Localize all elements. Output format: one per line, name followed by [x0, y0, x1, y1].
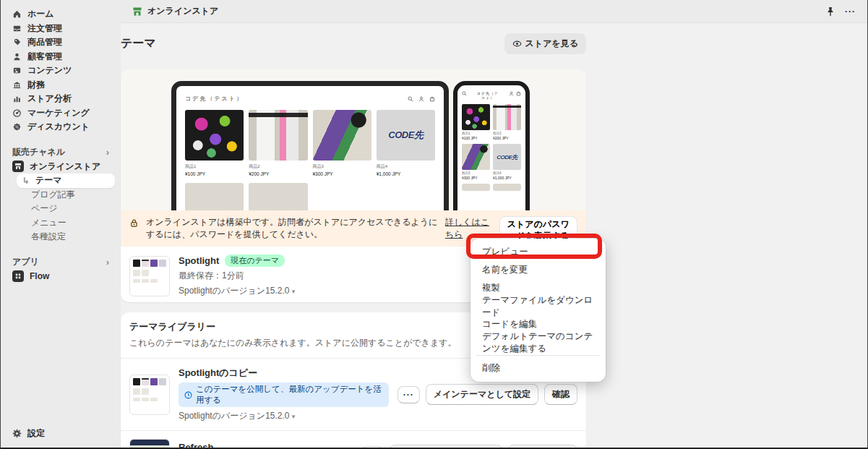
clock-icon — [184, 391, 192, 399]
flow-app-icon — [12, 270, 24, 282]
theme-version-dropdown[interactable]: Spotlightのバージョン15.2.0 ▾ — [179, 285, 295, 297]
theme-more-actions-button[interactable]: ··· — [398, 386, 420, 403]
theme-thumbnail — [129, 375, 170, 415]
theme-version-dropdown[interactable]: Spotlightのバージョン15.2.0 ▾ — [179, 410, 389, 422]
library-theme-row: Refresh 追加済み：5:24 GMT-5 ··· メインテーマとして設定 … — [121, 431, 586, 449]
sidebar-item-preferences[interactable]: 各種設定 — [7, 230, 115, 244]
page-header: テーマ ストアを見る — [121, 33, 586, 54]
topbar-title: オンラインストア — [147, 5, 218, 17]
sidebar-item-label: ブログ記事 — [31, 189, 75, 201]
discount-icon — [12, 122, 22, 132]
sidebar-item-menus[interactable]: メニュー — [7, 216, 115, 231]
theme-actions-context-menu: プレビュー 名前を変更 複製 テーマファイルをダウンロード コードを編集 デフォ… — [470, 239, 606, 382]
section-label: 販売チャネル — [12, 146, 65, 158]
sidebar-item-products[interactable]: 商品管理 — [7, 35, 115, 50]
menu-item-rename[interactable]: 名前を変更 — [475, 261, 601, 279]
learn-more-link[interactable]: 詳しくはこちら — [445, 216, 492, 241]
update-available-badge: このテーマを公開して、最新のアップデートを活用する — [179, 382, 389, 407]
product-image — [185, 183, 244, 210]
lock-icon — [129, 218, 139, 228]
sidebar-item-online-store[interactable]: オンラインストア — [7, 160, 115, 174]
sidebar-item-analytics[interactable]: ストア分析 — [7, 92, 115, 106]
sidebar-item-label: コンテンツ — [27, 64, 72, 77]
current-theme-badge: 現在のテーマ — [225, 255, 285, 267]
sidebar-item-settings[interactable]: 設定 — [7, 427, 115, 441]
product-image — [462, 144, 490, 170]
preview-product: CODE先 商品4 ¥1,000 JPY — [493, 144, 521, 180]
set-as-main-theme-button[interactable]: メインテーマとして設定 — [426, 384, 538, 405]
preview-product: 商品3 ¥300 JPY — [313, 110, 371, 176]
theme-thumbnail — [129, 439, 170, 449]
sidebar-item-label: オンラインストア — [30, 161, 100, 173]
view-store-button[interactable]: ストアを見る — [504, 33, 586, 54]
shopify-admin-window: ホーム 注文管理 商品管理 顧客管理 コンテンツ 財務 ストア分析 マーケティ — [0, 0, 868, 449]
review-button[interactable]: 確認 — [544, 384, 577, 405]
sidebar-item-customers[interactable]: 顧客管理 — [7, 50, 115, 64]
theme-name: Spotlight — [179, 255, 219, 266]
sidebar-item-label: ストア分析 — [27, 93, 72, 105]
sidebar-item-label: Flow — [30, 271, 49, 281]
chevron-right-icon: › — [106, 257, 109, 268]
preview-product: 商品1 ¥100 JPY — [462, 104, 490, 140]
content-icon — [12, 66, 22, 75]
orders-icon — [12, 24, 22, 33]
branch-icon: ↳ — [22, 176, 30, 186]
banner-text: オンラインストアは構築中です。訪問者がストアにアクセスできるようにするには、パス… — [146, 216, 438, 241]
desktop-preview-mockup: コデ先（テスト） 商品1 ¥100 JPY — [171, 81, 449, 210]
main-content: テーマ ストアを見る コデ先（テスト） — [121, 23, 867, 448]
sidebar-item-orders[interactable]: 注文管理 — [7, 22, 115, 36]
customize-button[interactable]: カスタマイズ — [508, 445, 577, 449]
product-image: CODE先 — [377, 110, 435, 161]
theme-thumbnail — [129, 256, 170, 296]
sidebar-item-flow[interactable]: Flow — [7, 270, 115, 284]
theme-more-actions-button[interactable]: ··· — [361, 446, 384, 449]
home-icon — [12, 9, 22, 19]
section-label: アプリ — [12, 256, 39, 268]
sidebar-section-sales-channels[interactable]: 販売チャネル › — [7, 145, 115, 160]
product-image — [313, 110, 371, 161]
chevron-down-icon: ▾ — [292, 288, 296, 295]
search-icon — [408, 96, 413, 102]
preview-product: 商品3 ¥300 JPY — [462, 144, 490, 180]
menu-item-download-theme-file[interactable]: テーマファイルをダウンロード — [475, 297, 601, 315]
menu-item-edit-default-theme-content[interactable]: デフォルトテーマのコンテンツを編集する — [475, 333, 601, 351]
menu-item-delete[interactable]: 削除 — [475, 359, 601, 377]
preview-product: 商品2 ¥200 JPY — [493, 104, 521, 140]
sidebar-item-label: ディスカウント — [27, 121, 90, 133]
sidebar-item-marketing[interactable]: マーケティング — [7, 106, 115, 121]
pin-icon[interactable] — [826, 7, 835, 17]
preview-product: 商品1 ¥100 JPY — [185, 110, 244, 176]
last-saved-text: 最終保存：1分前 — [179, 270, 295, 282]
storefront-icon — [12, 161, 24, 172]
sidebar-item-finances[interactable]: 財務 — [7, 78, 115, 93]
sidebar: ホーム 注文管理 商品管理 顧客管理 コンテンツ 財務 ストア分析 マーケティ — [1, 0, 121, 448]
sidebar-item-content[interactable]: コンテンツ — [7, 64, 115, 78]
sidebar-item-label: 財務 — [27, 79, 45, 91]
preview-product: CODE先 商品4 ¥1,000 JPY — [377, 110, 435, 176]
sidebar-item-pages[interactable]: ページ — [7, 202, 115, 216]
product-image — [493, 184, 521, 191]
sidebar-item-home[interactable]: ホーム — [7, 7, 115, 22]
product-image — [493, 104, 521, 130]
menu-item-preview[interactable]: プレビュー — [475, 243, 601, 261]
mobile-preview-mockup: コデ先（テスト） 商品1 ¥100 JPY — [453, 81, 530, 210]
person-icon — [12, 52, 22, 61]
more-icon: ··· — [403, 390, 414, 400]
sidebar-item-label: 商品管理 — [27, 36, 62, 48]
preview-store-name: コデ先（テスト） — [476, 91, 500, 100]
sidebar-item-label: 注文管理 — [27, 22, 62, 35]
set-as-main-theme-button[interactable]: メインテーマとして設定 — [390, 445, 502, 449]
product-image — [185, 110, 244, 161]
sidebar-item-discounts[interactable]: ディスカウント — [7, 120, 115, 134]
chevron-down-icon: ▾ — [292, 413, 296, 420]
theme-name: Spotlightのコピー — [179, 367, 389, 380]
store-icon — [132, 7, 142, 17]
sidebar-item-blog-posts[interactable]: ブログ記事 — [7, 188, 115, 202]
cart-icon — [429, 96, 435, 102]
product-image — [462, 104, 490, 130]
sidebar-section-apps[interactable]: アプリ › — [7, 255, 115, 270]
sidebar-item-theme[interactable]: ↳ テーマ — [17, 174, 115, 188]
more-icon[interactable]: ··· — [845, 7, 856, 17]
divider — [476, 355, 600, 356]
bar-chart-icon — [12, 94, 22, 103]
